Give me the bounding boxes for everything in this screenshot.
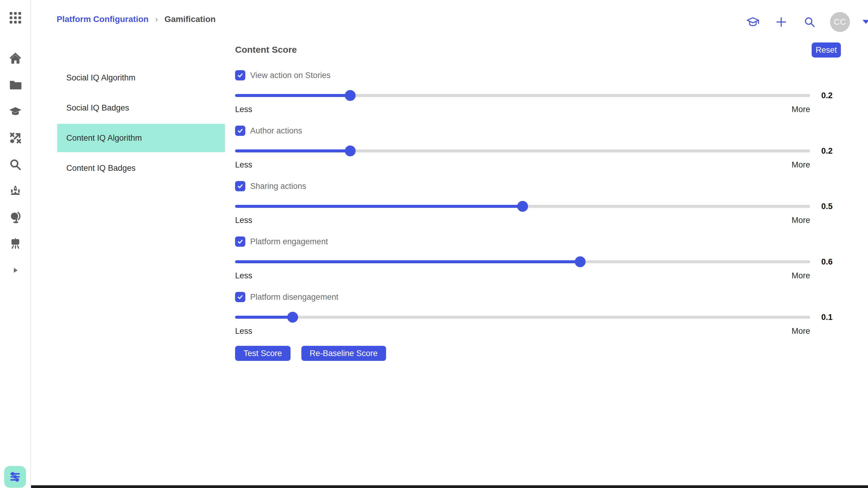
checkmark-icon bbox=[237, 183, 244, 190]
slider-label: Platform disengagement bbox=[250, 293, 338, 302]
apps-grid-icon[interactable] bbox=[8, 11, 22, 25]
slider-track[interactable] bbox=[235, 201, 810, 212]
nav-item-label: Content IQ Algorithm bbox=[66, 133, 142, 143]
page-title: Content Score bbox=[235, 44, 297, 55]
nav-item-social-iq-algorithm[interactable]: Social IQ Algorithm bbox=[57, 64, 225, 92]
slider-row-author-actions: Author actions Less More 0.2 bbox=[235, 121, 868, 172]
icon-rail bbox=[0, 0, 31, 488]
breadcrumb-separator: › bbox=[155, 14, 158, 24]
breadcrumb: Platform Configuration › Gamification bbox=[57, 14, 216, 24]
easel-icon[interactable] bbox=[8, 237, 22, 251]
checkbox[interactable] bbox=[235, 181, 245, 191]
search-icon[interactable] bbox=[802, 14, 817, 30]
slider-track[interactable] bbox=[235, 90, 810, 101]
slider-min-label: Less bbox=[235, 327, 252, 336]
expand-arrow-icon[interactable] bbox=[8, 264, 22, 278]
checkmark-icon bbox=[237, 72, 244, 78]
slider-min-label: Less bbox=[235, 105, 252, 114]
bottom-edge-strip bbox=[31, 485, 868, 488]
slider-row-view-action-on-stories: View action on Stories Less More 0.2 bbox=[235, 65, 868, 116]
nav-item-label: Social IQ Algorithm bbox=[66, 73, 135, 83]
nav-item-label: Content IQ Badges bbox=[66, 164, 135, 173]
globe-icon[interactable] bbox=[8, 210, 22, 224]
test-score-button[interactable]: Test Score bbox=[235, 346, 290, 361]
slider-track[interactable] bbox=[235, 256, 810, 267]
graduation-cap-icon[interactable] bbox=[8, 104, 22, 119]
nav-item-content-iq-badges[interactable]: Content IQ Badges bbox=[57, 154, 225, 182]
nav-item-label: Social IQ Badges bbox=[66, 103, 129, 113]
nav-item-social-iq-badges[interactable]: Social IQ Badges bbox=[57, 94, 225, 122]
checkbox[interactable] bbox=[235, 126, 245, 136]
slider-value: 0.6 bbox=[821, 257, 833, 267]
nav-item-content-iq-algorithm[interactable]: Content IQ Algorithm bbox=[57, 124, 225, 152]
slider-max-label: More bbox=[792, 216, 810, 225]
slider-thumb[interactable] bbox=[345, 145, 355, 156]
avatar-initials: CC bbox=[834, 18, 846, 27]
slider-row-sharing-actions: Sharing actions Less More 0.5 bbox=[235, 176, 868, 227]
breadcrumb-parent-link[interactable]: Platform Configuration bbox=[57, 14, 149, 24]
rebaseline-score-button[interactable]: Re-Baseline Score bbox=[301, 346, 386, 361]
topbar-actions: CC bbox=[745, 12, 868, 32]
checkmark-icon bbox=[237, 238, 244, 245]
sliders-settings-icon[interactable] bbox=[4, 466, 26, 488]
slider-value: 0.2 bbox=[821, 147, 833, 156]
slider-value: 0.2 bbox=[821, 91, 833, 100]
slider-track[interactable] bbox=[235, 312, 810, 323]
slider-label: View action on Stories bbox=[250, 71, 331, 80]
reset-button[interactable]: Reset bbox=[812, 42, 841, 58]
checkmark-icon bbox=[237, 294, 244, 300]
search-icon[interactable] bbox=[8, 158, 22, 171]
rocket-launch-icon[interactable] bbox=[8, 184, 22, 198]
slider-min-label: Less bbox=[235, 216, 252, 225]
checkbox[interactable] bbox=[235, 292, 245, 302]
checkmark-icon bbox=[237, 127, 244, 134]
checkbox[interactable] bbox=[235, 236, 245, 247]
folder-icon[interactable] bbox=[8, 78, 22, 92]
slider-thumb[interactable] bbox=[287, 312, 298, 323]
slider-thumb[interactable] bbox=[345, 90, 355, 101]
slider-value: 0.5 bbox=[821, 202, 833, 211]
slider-min-label: Less bbox=[235, 160, 252, 170]
strategy-icon[interactable] bbox=[8, 131, 22, 145]
slider-label: Sharing actions bbox=[250, 182, 306, 191]
slider-max-label: More bbox=[792, 271, 810, 281]
slider-row-platform-disengagement: Platform disengagement Less More 0.1 bbox=[235, 287, 868, 338]
learning-cap-icon[interactable] bbox=[745, 14, 761, 30]
slider-max-label: More bbox=[792, 160, 810, 170]
slider-max-label: More bbox=[792, 105, 810, 114]
slider-label: Author actions bbox=[250, 126, 302, 135]
home-icon[interactable] bbox=[8, 52, 22, 65]
avatar[interactable]: CC bbox=[830, 12, 850, 32]
score-actions: Test Score Re-Baseline Score bbox=[235, 346, 386, 361]
slider-min-label: Less bbox=[235, 271, 252, 281]
slider-max-label: More bbox=[792, 327, 810, 336]
slider-thumb[interactable] bbox=[517, 201, 528, 212]
checkbox[interactable] bbox=[235, 70, 245, 80]
slider-track[interactable] bbox=[235, 145, 810, 156]
add-icon[interactable] bbox=[773, 14, 789, 30]
slider-row-platform-engagement: Platform engagement Less More 0.6 bbox=[235, 231, 868, 283]
slider-thumb[interactable] bbox=[575, 256, 586, 267]
slider-label: Platform engagement bbox=[250, 237, 328, 247]
account-menu-caret-icon[interactable] bbox=[863, 20, 868, 24]
slider-value: 0.1 bbox=[821, 313, 833, 322]
breadcrumb-current: Gamification bbox=[164, 14, 216, 24]
